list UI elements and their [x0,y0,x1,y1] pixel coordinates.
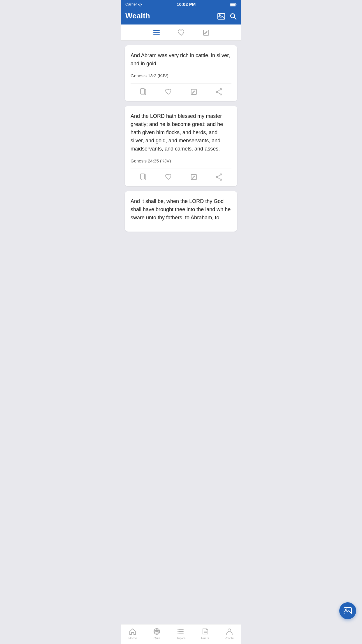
svg-rect-2 [230,4,235,6]
svg-point-27 [220,179,222,180]
svg-point-20 [216,91,218,93]
page-title: Wealth [125,11,150,20]
verse-text-2: And the LORD hath blessed my master grea… [131,112,231,153]
carrier-label: Carrier [125,2,143,6]
battery-icon [230,2,237,6]
verse-text-3: And it shall be, when the LORD thy God s… [131,197,231,222]
svg-point-5 [219,15,220,16]
edit-icon-1 [191,89,197,95]
copy-icon-2 [140,174,146,181]
content-area: And Abram was very rich in cattle, in si… [121,41,241,258]
wifi-icon [138,3,143,6]
verse-ref-1: Genesis 13:2 (KJV) [131,73,231,78]
svg-line-22 [217,92,220,94]
heart-btn-2[interactable] [163,172,174,182]
svg-point-18 [220,89,222,90]
share-btn-1[interactable] [213,87,224,97]
edit-icon-2 [191,174,197,180]
svg-point-26 [220,174,222,175]
search-header-icon[interactable] [230,12,237,20]
svg-point-28 [216,176,218,178]
share-btn-2[interactable] [213,172,224,182]
svg-line-30 [217,177,220,179]
verse-actions-1 [131,83,231,97]
verse-card-1: And Abram was very rich in cattle, in si… [125,45,237,101]
app-header: Wealth [121,8,241,24]
copy-btn-1[interactable] [138,87,149,97]
header-actions [217,12,237,20]
copy-icon-1 [140,88,146,95]
verse-card-3: And it shall be, when the LORD thy God s… [125,191,237,232]
heart-btn-1[interactable] [163,87,174,97]
heart-icon-1 [165,89,172,95]
share-icon-2 [216,174,222,181]
svg-line-29 [217,175,220,177]
verse-text-1: And Abram was very rich in cattle, in si… [131,52,231,68]
edit-btn-2[interactable] [188,172,199,182]
svg-rect-3 [236,4,236,5]
edit-btn-1[interactable] [188,87,199,97]
verse-actions-2 [131,169,231,182]
svg-point-19 [220,94,222,95]
svg-rect-16 [140,89,145,94]
image-icon-svg [217,13,225,20]
svg-line-7 [234,17,236,19]
image-header-icon[interactable] [217,12,225,20]
svg-line-21 [217,90,220,92]
svg-rect-24 [140,174,145,179]
filter-tabs [121,24,241,41]
status-bar: Carrier 10:02 PM [121,0,241,8]
list-icon-svg [152,29,160,36]
heart-filter-tab[interactable] [178,29,185,36]
list-filter-tab[interactable] [152,29,160,36]
verse-card-2: And the LORD hath blessed my master grea… [125,106,237,186]
svg-point-0 [140,6,140,6]
share-icon-1 [216,88,222,95]
verse-ref-2: Genesis 24:35 (KJV) [131,158,231,163]
time-label: 10:02 PM [177,2,196,7]
edit-filter-tab[interactable] [203,29,210,36]
battery-indicator [230,3,237,6]
edit-filter-icon-svg [203,29,210,36]
heart-icon-2 [165,174,172,180]
search-icon-svg [230,13,237,20]
copy-btn-2[interactable] [138,172,149,182]
heart-filter-icon-svg [178,29,185,36]
